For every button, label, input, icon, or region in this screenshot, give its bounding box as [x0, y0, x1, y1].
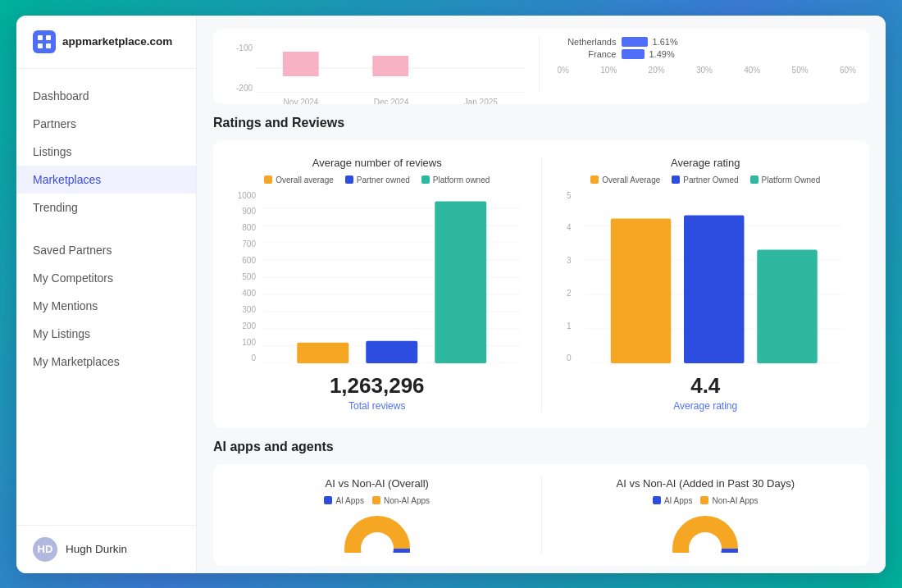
bar-row-netherlands: Netherlands 1.61% France 1.49%	[558, 37, 857, 59]
donut-svg-past30	[668, 512, 742, 553]
avatar: HD	[33, 537, 57, 562]
main-content: -100 -200 Nov 2024 Dec 2	[197, 16, 886, 573]
legend-dot-ai-30	[653, 496, 661, 504]
legend-non-ai-apps: Non-AI Apps	[372, 496, 430, 505]
x-axis-pct-labels: 0% 10% 20% 30% 40% 50% 60%	[558, 66, 857, 75]
avg-reviews-title: Average number of reviews	[230, 157, 525, 169]
top-right-chart: Netherlands 1.61% France 1.49% 0% 10% 20…	[548, 37, 857, 93]
bar-label: France	[558, 49, 617, 59]
sidebar-item-partners[interactable]: Partners	[16, 110, 196, 138]
legend-dot-blue-r	[672, 175, 680, 184]
ai-overall-legend: AI Apps Non-AI Apps	[230, 496, 525, 505]
x-pct-label: 0%	[558, 66, 569, 75]
avg-reviews-legend: Overall average Partner owned Platform o…	[230, 175, 525, 185]
legend-label-r: Overall Average	[602, 175, 660, 185]
avg-rating-stat: 4.4 Average rating	[558, 373, 854, 412]
legend-overall-avg: Overall average	[264, 175, 334, 185]
nav-divider	[16, 221, 196, 236]
top-left-chart: -100 -200 Nov 2024 Dec 2	[226, 37, 540, 93]
ai-section: AI apps and agents	[213, 440, 869, 454]
legend-non-ai-apps-30: Non-AI Apps	[700, 496, 758, 505]
sidebar-logo: appmarketplace.com	[16, 16, 196, 69]
sidebar-item-my-marketplaces[interactable]: My Marketplaces	[16, 348, 196, 376]
svg-rect-3	[46, 43, 51, 48]
x-pct-label: 60%	[840, 66, 856, 75]
legend-partner-owned-r: Partner Owned	[672, 175, 738, 185]
legend-label-ai: AI Apps	[335, 496, 363, 505]
ai-card: AI vs Non-AI (Overall) AI Apps Non-AI Ap…	[213, 464, 869, 566]
avg-rating-label: Average rating	[558, 400, 854, 412]
ratings-section: Ratings and Reviews Average number of re…	[213, 116, 869, 428]
bar-area	[259, 191, 525, 363]
x-pct-label: 30%	[696, 66, 713, 75]
ai-past30-legend: AI Apps Non-AI Apps	[558, 496, 854, 505]
legend-dot-nonai-30	[700, 496, 708, 504]
legend-dot-orange-r	[590, 175, 599, 184]
donut-area-past30	[558, 512, 854, 553]
x-label: Jan 2025	[464, 98, 498, 104]
ai-past30-title: AI vs Non-AI (Added in Past 30 Days)	[558, 477, 854, 490]
svg-rect-1	[46, 35, 51, 40]
x-pct-label: 20%	[649, 66, 665, 75]
charts-row: Average number of reviews Overall averag…	[230, 157, 853, 412]
donut-area-overall	[230, 512, 525, 553]
bar-fill	[622, 37, 648, 47]
y-axis: 1000 900 800 700 600 500 400 300 200 100	[230, 191, 259, 363]
legend-overall-avg-r: Overall Average	[590, 175, 660, 185]
legend-dot-ai	[324, 496, 332, 504]
sidebar-item-trending[interactable]: Trending	[16, 194, 196, 221]
rating-bar-area	[575, 191, 854, 363]
bar-pct: 1.61%	[653, 37, 678, 47]
rating-bar-svg	[575, 191, 854, 363]
bar-partner	[366, 340, 417, 362]
legend-label-r: Platform Owned	[762, 175, 821, 185]
legend-dot-teal	[421, 175, 430, 184]
avg-rating-legend: Overall Average Partner Owned Platform O…	[558, 175, 854, 185]
legend-label: Overall average	[276, 175, 334, 185]
x-pct-label: 50%	[792, 66, 809, 75]
ai-chart-divider	[541, 477, 542, 553]
x-axis-labels: Nov 2024 Dec 2024 Jan 2025	[256, 98, 526, 104]
bar-overall	[297, 342, 348, 362]
y-axis-rating: 5 4 3 2 1 0	[558, 191, 575, 363]
svg-point-25	[353, 524, 402, 553]
logo-text: appmarketplace.com	[62, 35, 172, 48]
avg-rating-chart: Average rating Overall Average Partner O…	[558, 157, 854, 412]
ai-overall-title: AI vs Non-AI (Overall)	[230, 477, 525, 490]
ratings-card: Average number of reviews Overall averag…	[213, 140, 869, 428]
legend-label: Partner owned	[357, 175, 410, 185]
legend-ai-apps: AI Apps	[324, 496, 363, 505]
x-label: Nov 2024	[284, 98, 319, 104]
avg-rating-bar-chart: 5 4 3 2 1 0	[558, 191, 854, 363]
ratings-section-title: Ratings and Reviews	[213, 116, 869, 130]
rating-bar-overall	[610, 218, 671, 362]
sidebar-item-saved-partners[interactable]: Saved Partners	[16, 236, 196, 264]
line-chart-svg	[256, 43, 526, 93]
legend-label: Platform owned	[433, 175, 490, 185]
legend-label-nonai: Non-AI Apps	[384, 496, 430, 505]
donut-svg-overall	[340, 512, 414, 553]
sidebar-item-my-listings[interactable]: My Listings	[16, 320, 196, 348]
y-label: -100	[226, 43, 253, 52]
avg-reviews-bar-chart: 1000 900 800 700 600 500 400 300 200 100	[230, 191, 525, 363]
sidebar-item-listings[interactable]: Listings	[16, 138, 196, 166]
sidebar-item-my-mentions[interactable]: My Mentions	[16, 292, 196, 320]
total-reviews-label: Total reviews	[230, 400, 525, 412]
legend-ai-apps-30: AI Apps	[653, 496, 692, 505]
svg-rect-7	[372, 56, 408, 76]
x-pct-label: 40%	[744, 66, 760, 75]
sidebar-nav: Dashboard Partners Listings Marketplaces…	[16, 69, 196, 525]
sidebar-item-marketplaces[interactable]: Marketplaces	[16, 166, 196, 194]
bar-chart-svg	[259, 191, 525, 363]
rating-bar-partner	[684, 215, 745, 363]
legend-partner-owned: Partner owned	[345, 175, 410, 185]
sidebar-item-dashboard[interactable]: Dashboard	[16, 82, 196, 110]
total-reviews-stat: 1,263,296 Total reviews	[230, 373, 525, 412]
legend-dot-nonai	[372, 496, 380, 504]
ai-overall-chart: AI vs Non-AI (Overall) AI Apps Non-AI Ap…	[230, 477, 525, 553]
sidebar-user: HD Hugh Durkin	[16, 525, 196, 573]
sidebar-item-my-competitors[interactable]: My Competitors	[16, 264, 196, 292]
svg-point-27	[681, 524, 730, 553]
legend-dot-teal-r	[750, 175, 758, 184]
top-partial-card: -100 -200 Nov 2024 Dec 2	[213, 29, 869, 104]
